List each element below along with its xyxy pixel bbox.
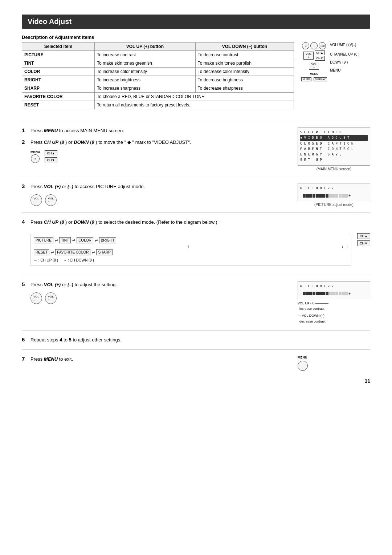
main-menu-diagram: S L E E P T I M E R ◆ V I D E O A D J U … xyxy=(298,127,370,171)
progress-bar: – + xyxy=(300,193,368,199)
mode-color: COLOR xyxy=(77,237,93,243)
ch-legend: ← : CH UP (8 ) → : CH DOWN (9 ) xyxy=(34,258,348,262)
menu-item-video-adjust: ◆ V I D E O A D J U S T xyxy=(300,135,368,141)
table-row: RESETTo return all adjustments to factor… xyxy=(22,101,294,109)
remote-diagram: ↩ i 100 VOL+ CH▲ CH▼ xyxy=(301,42,370,115)
table-cell-2: To make skin tones purplish xyxy=(195,59,294,68)
step-4-number: 4 xyxy=(22,219,28,225)
step-5-container: 5 Press VOL (+) or (–) to adjust the set… xyxy=(22,281,292,324)
display-btn: DISPLAY xyxy=(314,77,327,81)
table-row: BRIGHTTo increase brightnessTo decrease … xyxy=(22,76,294,84)
step-3-number: 3 xyxy=(22,183,28,189)
channel-up-label: CHANNEL UP (8 ) xyxy=(330,52,360,57)
remote-labels: VOLUME (+)/(–) CHANNEL UP (8 ) DOWN (9 )… xyxy=(330,42,360,73)
vol-plus-btn: VOL+ xyxy=(45,194,57,206)
ch-up-btn: CH▲ xyxy=(315,50,324,55)
table-row: SHARPTo increase sharpnessTo decrease sh… xyxy=(22,84,294,93)
step-2-content: Press CH UP (8 ) or DOWN (9 ) to move th… xyxy=(30,139,292,146)
divider-3 xyxy=(22,212,370,213)
step-3-content: Press VOL (+) or (–) to access PICTURE a… xyxy=(30,183,292,190)
table-row: PICTURETo increase contrastTo decrease c… xyxy=(22,51,294,59)
menu-label: MENU xyxy=(330,68,360,73)
menu-item-parent-control: P A R E N T C O N T R O L xyxy=(300,146,368,152)
table-cell-1: To return all adjustments to factory pre… xyxy=(94,101,294,109)
step-7: 7 Press MENU to exit. xyxy=(22,356,290,363)
step-3-container: 3 Press VOL (+) or (–) to access PICTURE… xyxy=(22,183,292,207)
picture-label-2: P I C T U R E 2 7 xyxy=(300,284,368,289)
divider-2 xyxy=(22,177,370,177)
step-3: 3 Press VOL (+) or (–) to access PICTURE… xyxy=(22,183,292,190)
info-btn: i xyxy=(310,42,318,49)
step-7-content: Press MENU to exit. xyxy=(30,356,290,363)
menu-item-setup: S E T U P xyxy=(300,157,368,163)
table-cell-2: To decrease color intensity xyxy=(195,68,294,76)
cha-down-btn: CH▼ xyxy=(45,157,58,163)
step-1: 1 Press MENU to access MAIN MENU screen. xyxy=(22,127,292,134)
channel-down-label: DOWN (9 ) xyxy=(330,60,360,65)
table-cell-1: To make skin tones greenish xyxy=(94,59,195,68)
menu-item-sleep: S L E E P T I M E R xyxy=(300,130,368,135)
vol-minus-btn: VOL– xyxy=(30,194,42,206)
page-container: Video Adjust Description of Adjustment I… xyxy=(22,15,370,384)
step-6-content: Repeat steps 4 to 5 to adjust other sett… xyxy=(30,336,370,344)
divider-6 xyxy=(22,349,370,350)
table-row: FAVORITE COLORTo choose a RED, BLUE or S… xyxy=(22,93,294,101)
step-1-content: Press MENU to access MAIN MENU screen. xyxy=(30,127,292,134)
step-1-number: 1 xyxy=(22,127,28,133)
step-2: 2 Press CH UP (8 ) or DOWN (9 ) to move … xyxy=(22,139,292,146)
menu-exit-diagram: MENU xyxy=(298,356,370,371)
step-7-container: 7 Press MENU to exit. xyxy=(22,356,290,367)
vol-up-label: VOL UP (+) ———— increase contrast xyxy=(298,301,370,312)
step-5-number: 5 xyxy=(22,281,28,287)
cha-up-btn: CH▲ xyxy=(45,150,58,156)
mode-nav-diagram: PICTURE ⇌ TINT ⇌ COLOR ⇌ BRIGHT xyxy=(30,234,351,266)
step-4: 4 Press CH UP (8 ) or DOWN (9 ) to selec… xyxy=(22,219,370,226)
menu-exit-btn xyxy=(298,361,308,371)
mode-sharp: SHARP xyxy=(96,249,112,255)
step-5: 5 Press VOL (+) or (–) to adjust the set… xyxy=(22,281,292,288)
table-cell-0: BRIGHT xyxy=(22,76,95,84)
vol-down-btn: VOL– xyxy=(309,62,319,70)
page-title: Video Adjust xyxy=(22,15,370,29)
vol-adjust-diagram: P I C T U R E 2 7 – xyxy=(298,281,370,324)
table-cell-1: To choose a RED, BLUE or STANDARD COLOR … xyxy=(94,93,294,101)
picture-adjust-diagram: P I C T U R E 2 7 – xyxy=(298,183,370,207)
step-5-content: Press VOL (+) or (–) to adjust the setti… xyxy=(30,281,292,288)
menu-screen-caption: (MAIN MENU screen) xyxy=(298,167,370,171)
col-header-voldown: VOL DOWN (–) button xyxy=(195,42,294,51)
vol-labels: VOL UP (+) ———— increase contrast — VOL … xyxy=(298,301,370,324)
table-cell-0: RESET xyxy=(22,101,95,109)
table-row: COLORTo increase color intensityTo decre… xyxy=(22,68,294,76)
cha-up-btn-2: CH▲ xyxy=(357,233,370,239)
menu-exit-label: MENU xyxy=(298,356,307,359)
steps-1-2: 1 Press MENU to access MAIN MENU screen.… xyxy=(22,127,292,171)
mode-tint: TINT xyxy=(59,237,71,243)
page-number: 11 xyxy=(22,378,370,384)
flashback-btn: ↩ xyxy=(302,42,309,49)
progress-bar-2: – + xyxy=(300,291,368,297)
step-6: 6 Repeat steps 4 to 5 to adjust other se… xyxy=(22,336,370,344)
cha-down-btn-2: CH▼ xyxy=(357,240,370,246)
table-row: TINTTo make skin tones greenishTo make s… xyxy=(22,59,294,68)
picture-adjust-screen-2: P I C T U R E 2 7 – xyxy=(298,281,370,299)
mode-reset: RESET xyxy=(34,249,49,255)
divider-4 xyxy=(22,275,370,275)
picture-adjust-caption: (PICTURE adjust mode) xyxy=(298,203,370,207)
picture-label: P I C T U R E 2 7 xyxy=(300,186,368,191)
divider-5 xyxy=(22,330,370,331)
table-cell-1: To increase contrast xyxy=(94,51,195,59)
vol-up-btn: VOL+ xyxy=(303,52,314,60)
menu-item-energy-save: E N E R G Y S A V E xyxy=(300,152,368,157)
description-label: Description of Adjustment Items xyxy=(22,35,370,40)
step-4-content: Press CH UP (8 ) or DOWN (9 ) to select … xyxy=(30,219,370,226)
col-header-volup: VOL UP (+) button xyxy=(94,42,195,51)
divider-1 xyxy=(22,121,370,121)
menu-circle-btn: fi xyxy=(31,154,40,163)
table-cell-1: To increase color intensity xyxy=(94,68,195,76)
table-cell-2: To decrease contrast xyxy=(195,51,294,59)
step-6-number: 6 xyxy=(22,336,28,343)
menu-screen: S L E E P T I M E R ◆ V I D E O A D J U … xyxy=(298,127,370,166)
volume-label: VOLUME (+)/(–) xyxy=(330,42,360,48)
vol-minus-btn-2: VOL– xyxy=(30,292,42,304)
table-cell-0: PICTURE xyxy=(22,51,95,59)
